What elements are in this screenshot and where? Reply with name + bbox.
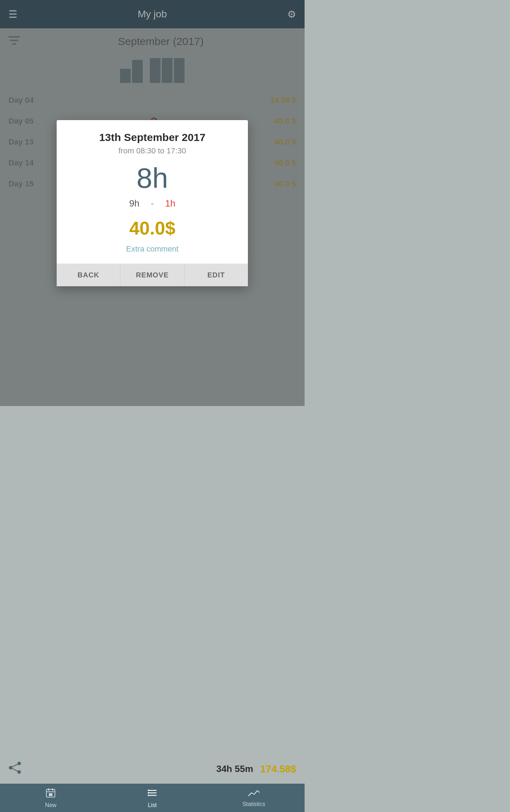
modal-buttons: BACK REMOVE EDIT [57,264,248,286]
remove-button[interactable]: REMOVE [120,264,184,286]
modal-total-hours: 9h [129,198,140,209]
back-button[interactable]: BACK [57,264,120,286]
modal-comment: Extra comment [71,244,234,254]
modal-date: 13th September 2017 [71,131,234,143]
modal-separator: - [151,198,154,209]
modal-hours: 8h [71,164,234,192]
modal-time-range: from 08:30 to 17:30 [71,146,234,156]
modal-calculation: 9h - 1h [71,198,234,209]
modal-amount: 40.0$ [71,218,234,239]
modal-dialog: 13th September 2017 from 08:30 to 17:30 … [57,120,248,286]
edit-button[interactable]: EDIT [185,264,248,286]
modal-break-hours: 1h [165,198,175,209]
modal-overlay: 13th September 2017 from 08:30 to 17:30 … [0,0,305,406]
